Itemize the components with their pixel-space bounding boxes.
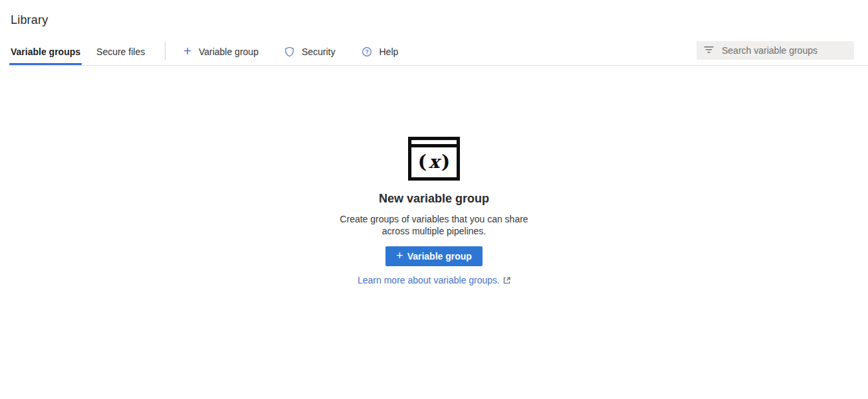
icon-x-glyph: x xyxy=(427,153,441,171)
plus-icon: + xyxy=(396,250,403,262)
help-icon: ? xyxy=(362,46,372,57)
plus-icon: + xyxy=(183,44,191,58)
security-label: Security xyxy=(302,46,336,57)
help-button[interactable]: ? Help xyxy=(362,38,399,65)
tab-secure-files-label: Secure files xyxy=(96,46,145,57)
add-variable-group-label: Variable group xyxy=(199,46,259,57)
variable-group-primary-button[interactable]: + Variable group xyxy=(385,246,483,266)
add-variable-group-button[interactable]: + Variable group xyxy=(183,38,259,65)
tab-variable-groups-label: Variable groups xyxy=(11,46,80,57)
learn-more-link-label: Learn more about variable groups. xyxy=(358,275,500,285)
icon-open-paren: ( xyxy=(418,153,427,171)
empty-state-description-line2: across multiple pipelines. xyxy=(340,225,528,237)
empty-state-description: Create groups of variables that you can … xyxy=(340,213,528,237)
shield-icon xyxy=(284,46,294,57)
svg-text:?: ? xyxy=(365,48,368,55)
search-box[interactable] xyxy=(697,41,854,60)
search-input[interactable] xyxy=(722,45,849,56)
icon-close-paren: ) xyxy=(441,153,450,171)
tab-secure-files[interactable]: Secure files xyxy=(95,38,146,65)
security-button[interactable]: Security xyxy=(284,38,336,65)
toolbar-divider xyxy=(165,42,165,60)
tab-variable-groups[interactable]: Variable groups xyxy=(9,38,82,65)
empty-state: ( x ) New variable group Create groups o… xyxy=(294,137,574,285)
learn-more-link[interactable]: Learn more about variable groups. xyxy=(358,275,510,285)
external-link-icon xyxy=(503,276,510,286)
variable-group-icon-body: ( x ) xyxy=(411,147,457,177)
variable-group-primary-button-label: Variable group xyxy=(407,251,472,262)
page-header: Library xyxy=(0,0,868,27)
empty-state-description-line1: Create groups of variables that you can … xyxy=(340,213,528,225)
help-label: Help xyxy=(380,46,399,57)
filter-icon xyxy=(704,44,714,56)
variable-group-icon: ( x ) xyxy=(408,137,460,181)
page-title: Library xyxy=(11,13,857,27)
empty-state-title: New variable group xyxy=(379,192,489,206)
